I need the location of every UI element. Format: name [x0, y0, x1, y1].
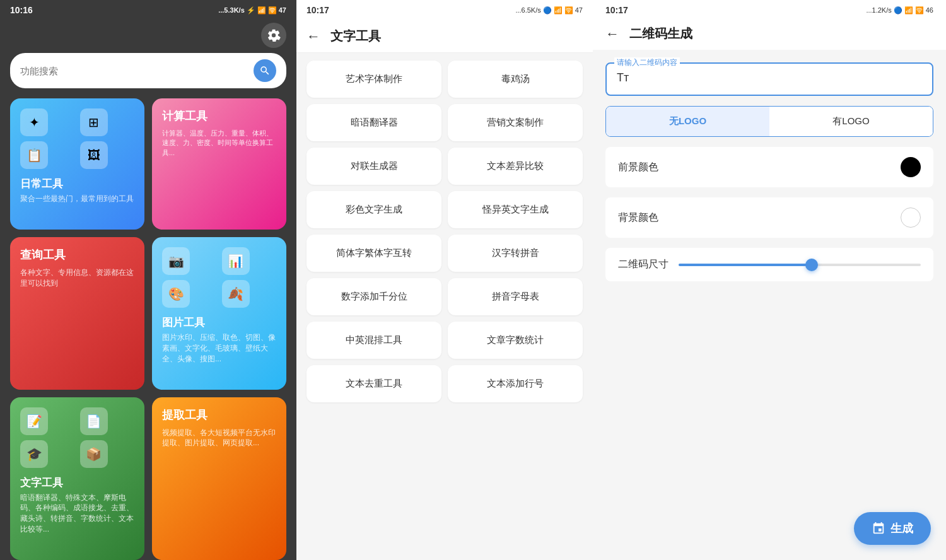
panel2-status-icons: ...6.5K/s 🔵 📶 🛜 47 — [515, 6, 583, 15]
generate-icon — [872, 522, 885, 535]
search-bar[interactable] — [10, 53, 286, 88]
icon-3: 📋 — [20, 141, 48, 169]
home-grid: ✦ ⊞ 📋 🖼 日常工具 聚合一些最热门，最常用到的工具 计算工具 计算器、温度… — [0, 98, 296, 560]
tool-cipher[interactable]: 暗语翻译器 — [307, 104, 441, 141]
qr-no-logo-button[interactable]: 无LOGO — [606, 107, 769, 136]
qr-content: 请输入二维码内容 无LOGO 有LOGO 前景颜色 背景颜色 二维码尺寸 — [593, 50, 946, 560]
icon-box: 📦 — [80, 440, 108, 468]
card-extract-tools[interactable]: 提取工具 视频提取、各大短视频平台无水印提取、图片提取、网页提取... — [152, 397, 286, 560]
tools-row-8: 文本去重工具 文本添加行号 — [307, 365, 583, 402]
card-query-desc: 各种文字、专用信息、资源都在这里可以找到 — [20, 267, 134, 289]
icon-2: ⊞ — [80, 108, 108, 136]
tool-art-font[interactable]: 艺术字体制作 — [307, 61, 441, 98]
panel3-bt-icon: 🔵 — [894, 6, 902, 15]
panel3-header: ← 二维码生成 — [593, 20, 946, 50]
tool-line-num[interactable]: 文本添加行号 — [448, 365, 583, 402]
qr-size-slider-track[interactable] — [679, 264, 921, 266]
tools-row-2: 暗语翻译器 营销文案制作 — [307, 104, 583, 141]
card-text-title: 文字工具 — [20, 475, 134, 490]
panel2-status-bar: 10:17 ...6.5K/s 🔵 📶 🛜 47 — [296, 0, 593, 20]
signal-icon: 📶 — [257, 6, 266, 15]
qr-bg-color-row: 背景颜色 — [605, 197, 933, 238]
qr-text-input[interactable] — [617, 71, 922, 85]
card-daily-tools[interactable]: ✦ ⊞ 📋 🖼 日常工具 聚合一些最热门，最常用到的工具 — [10, 98, 144, 230]
tool-weird-en[interactable]: 怪异英文字生成 — [448, 191, 583, 228]
search-input[interactable] — [20, 66, 248, 76]
qr-fg-color-picker[interactable] — [901, 157, 921, 177]
panel2-time: 10:17 — [307, 5, 329, 15]
home-status-icons: ...5.3K/s ⚡ 📶 🛜 47 — [218, 6, 286, 15]
tools-row-7: 中英混排工具 文章字数统计 — [307, 322, 583, 359]
card-image-icons: 📷 📊 🎨 🍂 — [162, 247, 276, 308]
settings-button[interactable] — [261, 23, 286, 48]
card-image-desc: 图片水印、压缩、取色、切图、像素画、文字化、毛玻璃、壁纸大全、头像、搜图... — [162, 332, 276, 364]
qr-input-label: 请输入二维码内容 — [614, 57, 680, 68]
card-image-title: 图片工具 — [162, 315, 276, 330]
network-speed: ...5.3K/s — [218, 6, 245, 14]
card-icons: ✦ ⊞ 📋 🖼 — [20, 108, 134, 169]
tools-row-1: 艺术字体制作 毒鸡汤 — [307, 61, 583, 98]
qr-has-logo-button[interactable]: 有LOGO — [769, 107, 933, 136]
bluetooth-icon: ⚡ — [247, 6, 255, 15]
tool-dedup[interactable]: 文本去重工具 — [307, 365, 441, 402]
panel3-network: ...1.2K/s — [866, 6, 891, 14]
icon-1: ✦ — [20, 108, 48, 136]
tools-row-6: 数字添加千分位 拼音字母表 — [307, 278, 583, 315]
card-text-tools[interactable]: 📝 📄 🎓 📦 文字工具 暗语翻译器、特殊文本、摩斯电码、各种编码、成语接龙、去… — [10, 397, 144, 560]
icon-chart: 📊 — [222, 247, 250, 275]
search-button[interactable] — [254, 59, 276, 82]
panel2-title: 文字工具 — [330, 28, 381, 45]
qr-logo-toggle: 无LOGO 有LOGO — [605, 106, 933, 137]
tool-cnen-mix[interactable]: 中英混排工具 — [307, 322, 441, 359]
panel2-wifi-icon: 🛜 — [564, 6, 573, 15]
tools-row-4: 彩色文字生成 怪异英文字生成 — [307, 191, 583, 228]
tool-pinyin-table[interactable]: 拼音字母表 — [448, 278, 583, 315]
tool-diff[interactable]: 文本差异比较 — [448, 148, 583, 185]
panel3-battery: 46 — [926, 6, 933, 14]
tool-trad-simp[interactable]: 简体字繁体字互转 — [307, 235, 441, 272]
tool-marketing[interactable]: 营销文案制作 — [448, 104, 583, 141]
tool-color-text[interactable]: 彩色文字生成 — [307, 191, 441, 228]
panel3-title: 二维码生成 — [629, 25, 692, 42]
card-calc-desc: 计算器、温度、压力、重量、体积、速度、力、密度、时间等单位换算工具... — [162, 129, 276, 158]
tools-list: 艺术字体制作 毒鸡汤 暗语翻译器 营销文案制作 对联生成器 文本差异比较 彩色文… — [296, 53, 593, 560]
panel-text-tools: 10:17 ...6.5K/s 🔵 📶 🛜 47 ← 文字工具 艺术字体制作 毒… — [296, 0, 593, 560]
qr-bg-color-picker[interactable] — [901, 207, 921, 228]
tool-word-count[interactable]: 文章字数统计 — [448, 322, 583, 359]
tool-chicken-soup[interactable]: 毒鸡汤 — [448, 61, 583, 98]
generate-button[interactable]: 生成 — [854, 512, 931, 545]
panel3-back-button[interactable]: ← — [605, 26, 619, 42]
generate-label: 生成 — [891, 521, 913, 536]
tool-thousands[interactable]: 数字添加千分位 — [307, 278, 441, 315]
card-query-title: 查询工具 — [20, 247, 134, 262]
settings-row — [0, 20, 296, 53]
panel3-status-bar: 10:17 ...1.2K/s 🔵 📶 🛜 46 — [593, 0, 946, 20]
card-image-tools[interactable]: 📷 📊 🎨 🍂 图片工具 图片水印、压缩、取色、切图、像素画、文字化、毛玻璃、壁… — [152, 237, 286, 390]
card-calc-tools[interactable]: 计算工具 计算器、温度、压力、重量、体积、速度、力、密度、时间等单位换算工具..… — [152, 98, 286, 230]
card-extract-desc: 视频提取、各大短视频平台无水印提取、图片提取、网页提取... — [162, 428, 276, 449]
panel3-time: 10:17 — [605, 5, 628, 15]
qr-fg-color-label: 前景颜色 — [618, 161, 658, 174]
qr-size-row: 二维码尺寸 — [605, 248, 933, 281]
qr-slider-thumb[interactable] — [805, 259, 818, 271]
panel3-status-icons: ...1.2K/s 🔵 📶 🛜 46 — [866, 6, 933, 15]
tools-row-5: 简体字繁体字互转 汉字转拼音 — [307, 235, 583, 272]
icon-cam: 📷 — [162, 247, 190, 275]
tool-pinyin[interactable]: 汉字转拼音 — [448, 235, 583, 272]
panel2-back-button[interactable]: ← — [307, 28, 320, 45]
qr-slider-fill — [679, 264, 812, 266]
qr-input-container: 请输入二维码内容 — [605, 62, 933, 96]
card-daily-title: 日常工具 — [20, 177, 134, 191]
panel3-signal-icon: 📶 — [904, 6, 913, 15]
icon-leaf: 🍂 — [222, 280, 250, 308]
qr-bg-color-label: 背景颜色 — [618, 211, 658, 225]
home-time: 10:16 — [10, 5, 33, 15]
panel2-signal-icon: 📶 — [554, 6, 563, 15]
card-query-tools[interactable]: 查询工具 各种文字、专用信息、资源都在这里可以找到 — [10, 237, 144, 390]
icon-doc2: 📄 — [80, 407, 108, 435]
tool-couplet[interactable]: 对联生成器 — [307, 148, 441, 185]
icon-grad: 🎓 — [20, 440, 48, 468]
panel2-network: ...6.5K/s — [515, 6, 540, 14]
panel3-wifi-icon: 🛜 — [915, 6, 924, 15]
home-status-bar: 10:16 ...5.3K/s ⚡ 📶 🛜 47 — [0, 0, 296, 20]
